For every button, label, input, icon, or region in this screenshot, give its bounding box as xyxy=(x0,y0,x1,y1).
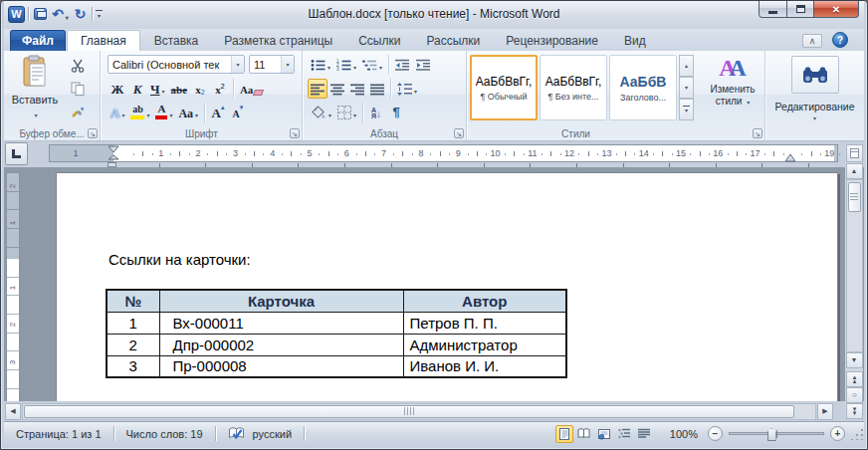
qat-customize-button[interactable]: ▾ xyxy=(96,10,103,19)
right-indent-marker[interactable] xyxy=(784,154,796,163)
cell-author[interactable]: Администратор xyxy=(403,334,566,355)
window-resize-grip[interactable] xyxy=(851,427,864,440)
close-button[interactable]: ✕ xyxy=(814,1,859,18)
tab-mailings[interactable]: Рассылки xyxy=(413,30,493,51)
view-draft-button[interactable] xyxy=(635,425,653,443)
zoom-slider-track[interactable] xyxy=(729,432,824,435)
underline-dropdown-icon[interactable]: ▾ xyxy=(162,88,165,95)
save-button[interactable] xyxy=(32,5,49,23)
minimize-button[interactable] xyxy=(759,1,787,18)
change-case-button[interactable]: Аа▾ xyxy=(175,103,201,122)
decrease-indent-button[interactable] xyxy=(392,55,413,75)
previous-page-button[interactable]: ▴▴ xyxy=(846,371,863,387)
paste-dropdown-icon[interactable]: ▾ xyxy=(34,112,37,118)
tab-view[interactable]: Вид xyxy=(611,30,659,51)
minimize-ribbon-button[interactable]: ∧ xyxy=(802,34,822,48)
align-right-button[interactable] xyxy=(347,79,367,99)
tab-file[interactable]: Файл xyxy=(10,30,66,51)
editing-button[interactable] xyxy=(791,56,839,94)
vertical-scroll-track[interactable] xyxy=(846,179,863,352)
cell-card[interactable]: Вх-000011 xyxy=(159,312,403,334)
change-case-dropdown-icon[interactable]: ▾ xyxy=(195,112,198,118)
view-outline-button[interactable] xyxy=(615,425,633,443)
multilevel-list-button[interactable]: ▾ xyxy=(359,55,385,75)
scroll-up-button[interactable]: ▲ xyxy=(846,163,863,179)
restore-button[interactable] xyxy=(787,1,814,18)
font-size-combo[interactable]: 11 ▾ xyxy=(249,55,295,74)
col-header-author[interactable]: Автор xyxy=(403,290,566,312)
cell-number[interactable]: 3 xyxy=(107,355,159,377)
line-spacing-dropdown-icon[interactable]: ▾ xyxy=(414,88,417,95)
redo-button[interactable]: ↻ xyxy=(72,5,89,23)
page-indicator[interactable]: Страница: 1 из 1 xyxy=(12,428,106,440)
col-header-card[interactable]: Карточка xyxy=(159,290,403,312)
view-fullscreen-reading-button[interactable] xyxy=(575,425,593,443)
cell-card[interactable]: Дпр-000002 xyxy=(159,334,403,355)
cards-table[interactable]: № Карточка Автор 1 Вх-000011 Петров П. П… xyxy=(106,289,567,378)
paragraph-dialog-launcher[interactable]: ↘ xyxy=(454,128,464,138)
borders-dropdown-icon[interactable]: ▾ xyxy=(353,112,356,118)
text-effects-dropdown-icon[interactable]: ▾ xyxy=(121,112,124,118)
cell-number[interactable]: 1 xyxy=(107,312,159,334)
tab-review[interactable]: Рецензирование xyxy=(493,30,611,51)
paste-button[interactable]: Вставить ▾ xyxy=(9,54,61,125)
clipboard-dialog-launcher[interactable]: ↘ xyxy=(88,128,98,138)
cell-card[interactable]: Пр-000008 xyxy=(159,355,403,377)
grow-font-button[interactable]: А▴ xyxy=(208,103,228,122)
undo-button[interactable]: ↶▾ xyxy=(52,5,69,23)
align-left-button[interactable] xyxy=(308,79,327,99)
borders-button[interactable]: ▾ xyxy=(334,103,359,122)
tab-selector-button[interactable] xyxy=(5,142,28,165)
numbering-dropdown-icon[interactable]: ▾ xyxy=(353,64,356,71)
next-page-button[interactable]: ▾▾ xyxy=(846,403,863,419)
styles-scroll-down-button[interactable]: ▾ xyxy=(679,77,694,99)
vertical-scroll-thumb[interactable] xyxy=(848,182,861,212)
view-ruler-toggle-button[interactable] xyxy=(846,144,863,162)
cut-button[interactable] xyxy=(66,55,90,77)
clear-formatting-button[interactable]: Аа xyxy=(237,79,266,99)
tab-home[interactable]: Главная xyxy=(67,30,140,51)
bullets-button[interactable]: ▾ xyxy=(308,55,333,75)
undo-dropdown-icon[interactable]: ▾ xyxy=(66,14,69,21)
font-color-dropdown-icon[interactable]: ▾ xyxy=(169,112,172,118)
word-logo-icon[interactable]: W xyxy=(8,6,25,23)
view-print-layout-button[interactable] xyxy=(555,425,573,443)
cell-number[interactable]: 2 xyxy=(107,334,159,355)
select-browse-object-button[interactable]: ○ xyxy=(846,387,863,403)
bold-button[interactable]: Ж xyxy=(108,79,127,99)
zoom-out-button[interactable]: − xyxy=(708,426,723,441)
styles-gallery-more-button[interactable]: ▾ xyxy=(679,99,694,120)
superscript-button[interactable]: x2 xyxy=(210,79,230,99)
language-indicator[interactable]: русский xyxy=(249,428,296,440)
word-count-indicator[interactable]: Число слов: 19 xyxy=(122,428,207,440)
underline-button[interactable]: Ч▾ xyxy=(147,79,168,99)
format-painter-button[interactable] xyxy=(66,101,90,122)
scroll-right-button[interactable]: ▶ xyxy=(817,403,833,420)
highlight-button[interactable]: ab▾ xyxy=(127,103,152,122)
editing-dropdown-icon[interactable]: ▾ xyxy=(765,114,864,121)
align-center-button[interactable] xyxy=(327,79,347,99)
shading-dropdown-icon[interactable]: ▾ xyxy=(328,112,331,118)
horizontal-scroll-track[interactable] xyxy=(22,403,816,420)
scroll-down-button[interactable]: ▼ xyxy=(846,352,863,368)
bullets-dropdown-icon[interactable]: ▾ xyxy=(327,64,330,71)
copy-button[interactable] xyxy=(66,78,90,100)
change-styles-button[interactable]: АА Изменить стили ▾ xyxy=(704,55,761,126)
strikethrough-button[interactable]: abe xyxy=(168,79,191,99)
view-web-layout-button[interactable] xyxy=(595,425,613,443)
tab-page-layout[interactable]: Разметка страницы xyxy=(211,30,345,51)
numbering-button[interactable]: 1 2 3 ▾ xyxy=(333,55,359,75)
cell-author[interactable]: Иванов И. И. xyxy=(403,355,566,377)
font-color-button[interactable]: А▾ xyxy=(152,103,175,122)
col-header-number[interactable]: № xyxy=(107,290,159,312)
subscript-button[interactable]: x2 xyxy=(190,79,210,99)
line-spacing-button[interactable]: ▾ xyxy=(394,79,420,99)
document-page[interactable]: Ссылки на карточки: № Карточка Автор 1 В… xyxy=(56,172,838,401)
justify-button[interactable] xyxy=(367,79,387,99)
zoom-in-button[interactable]: + xyxy=(830,426,845,441)
tab-insert[interactable]: Вставка xyxy=(141,30,212,51)
highlight-dropdown-icon[interactable]: ▾ xyxy=(146,112,149,118)
font-dialog-launcher[interactable]: ↘ xyxy=(290,128,300,138)
italic-button[interactable]: K xyxy=(127,79,147,99)
spell-check-indicator[interactable] xyxy=(224,426,249,442)
